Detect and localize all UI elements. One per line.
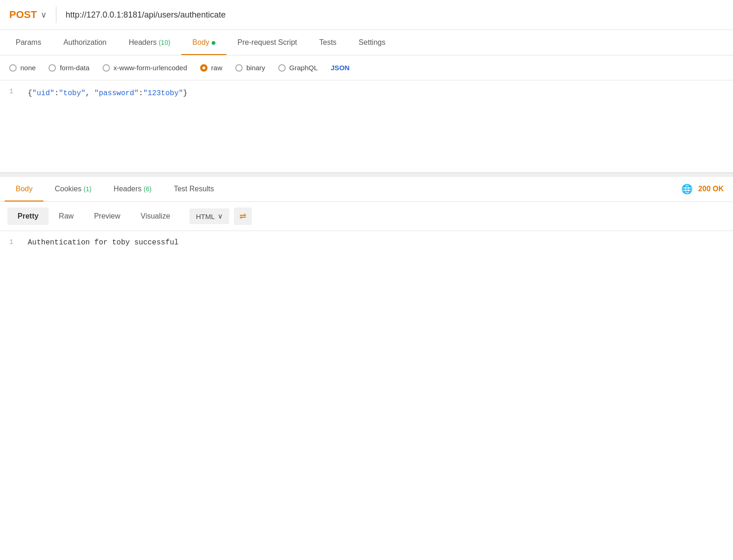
section-divider	[0, 173, 733, 177]
uid-key: "uid"	[32, 89, 55, 97]
cookies-badge: (1)	[84, 185, 92, 193]
tab-settings[interactable]: Settings	[348, 30, 397, 55]
wrap-button[interactable]: ⇌	[234, 207, 252, 225]
password-key: "password"	[94, 89, 139, 97]
format-tab-raw[interactable]: Raw	[49, 207, 84, 225]
radio-graphql[interactable]: GraphQL	[278, 64, 318, 72]
tab-tests[interactable]: Tests	[308, 30, 348, 55]
radio-circle-form-data	[49, 64, 56, 72]
response-status-area: 🌐 200 OK	[681, 183, 728, 195]
format-selector[interactable]: HTML ∨	[189, 208, 229, 224]
radio-circle-urlencoded	[103, 64, 110, 72]
code-content[interactable]: {"uid":"toby", "password":"123toby"}	[28, 88, 188, 99]
response-headers-badge: (6)	[144, 185, 152, 193]
method-label: POST	[9, 9, 37, 21]
radio-none[interactable]: none	[9, 64, 36, 72]
response-tab-body[interactable]: Body	[5, 177, 43, 201]
line-number-1: 1	[9, 88, 18, 96]
radio-urlencoded[interactable]: x-www-form-urlencoded	[103, 64, 187, 72]
open-brace: {	[28, 89, 32, 97]
body-options: none form-data x-www-form-urlencoded raw…	[0, 55, 733, 80]
uid-value: "toby"	[59, 89, 86, 97]
response-body: 1 Authentication for toby successful	[0, 231, 733, 254]
response-line-1: 1 Authentication for toby successful	[9, 238, 724, 247]
radio-raw[interactable]: raw	[200, 64, 222, 72]
url-divider	[56, 6, 56, 23]
format-tab-preview[interactable]: Preview	[84, 207, 130, 225]
format-tab-pretty[interactable]: Pretty	[7, 207, 49, 225]
response-format-bar: Pretty Raw Preview Visualize HTML ∨ ⇌	[0, 202, 733, 231]
response-text: Authentication for toby successful	[28, 238, 178, 247]
tab-headers[interactable]: Headers (10)	[118, 30, 182, 55]
headers-badge: (10)	[159, 39, 170, 46]
format-tab-visualize[interactable]: Visualize	[130, 207, 180, 225]
code-editor: 1 {"uid":"toby", "password":"123toby"}	[0, 80, 733, 173]
password-value: "123toby"	[143, 89, 183, 97]
tab-params[interactable]: Params	[5, 30, 52, 55]
format-dropdown-icon: ∨	[218, 212, 223, 220]
tab-pre-request[interactable]: Pre-request Script	[226, 30, 308, 55]
request-tabs: Params Authorization Headers (10) Body P…	[0, 30, 733, 55]
close-brace: }	[183, 89, 188, 97]
radio-binary[interactable]: binary	[235, 64, 265, 72]
method-selector[interactable]: POST ∨	[9, 9, 47, 21]
radio-circle-graphql	[278, 64, 286, 72]
url-bar: POST ∨	[0, 0, 733, 30]
response-tab-test-results[interactable]: Test Results	[163, 177, 225, 201]
radio-form-data[interactable]: form-data	[49, 64, 89, 72]
radio-circle-none	[9, 64, 17, 72]
response-tab-cookies[interactable]: Cookies (1)	[43, 177, 102, 201]
response-line-number: 1	[9, 238, 18, 246]
body-dot	[212, 41, 215, 45]
method-dropdown-icon: ∨	[41, 10, 47, 20]
wrap-icon: ⇌	[239, 211, 246, 221]
status-code: 200 OK	[698, 185, 724, 193]
radio-circle-raw	[200, 64, 208, 72]
globe-icon: 🌐	[681, 183, 693, 195]
json-label[interactable]: JSON	[331, 64, 350, 72]
url-input[interactable]	[66, 10, 724, 20]
code-line-1: 1 {"uid":"toby", "password":"123toby"}	[9, 88, 724, 99]
tab-authorization[interactable]: Authorization	[52, 30, 117, 55]
response-tabs: Body Cookies (1) Headers (6) Test Result…	[0, 177, 733, 202]
response-tab-headers[interactable]: Headers (6)	[103, 177, 163, 201]
radio-circle-binary	[235, 64, 243, 72]
tab-body[interactable]: Body	[181, 30, 226, 55]
